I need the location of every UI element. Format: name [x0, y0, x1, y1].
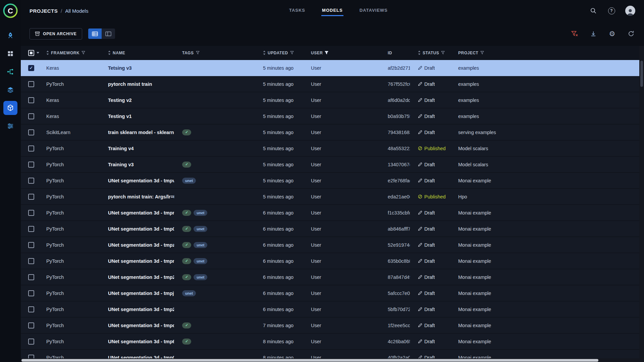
- table-row[interactable]: KerasTesting v25 minutes agoUseraf6d0a2d…: [21, 92, 639, 108]
- row-name[interactable]: Tetsing v3: [104, 60, 178, 76]
- sidebar-item-datasets[interactable]: [3, 83, 17, 97]
- vertical-scrollbar-thumb[interactable]: [640, 61, 643, 87]
- row-name[interactable]: UNet segmentation 3d - tmpzh0...: [104, 237, 178, 253]
- column-header-status[interactable]: STATUS: [414, 46, 454, 60]
- horizontal-scrollbar[interactable]: [21, 358, 639, 362]
- sidebar-item-projects[interactable]: [3, 47, 17, 61]
- filter-icon[interactable]: [480, 51, 484, 55]
- refresh-button[interactable]: [627, 29, 635, 38]
- table-row[interactable]: PyTorchUNet segmentation 3d - tmpjfjpv..…: [21, 285, 639, 301]
- row-checkbox[interactable]: [28, 145, 34, 152]
- table-row[interactable]: ScikitLearntrain sklearn model - sklearn…: [21, 124, 639, 140]
- row-name[interactable]: train sklearn model - sklearn-mo...: [104, 124, 178, 140]
- row-checkbox[interactable]: [28, 226, 34, 232]
- row-checkbox[interactable]: [28, 322, 34, 328]
- select-all-checkbox[interactable]: [28, 50, 34, 56]
- help-button[interactable]: ?: [607, 6, 616, 15]
- row-name[interactable]: UNet segmentation 3d - tmpdm4...: [104, 317, 178, 333]
- row-checkbox[interactable]: [28, 258, 34, 264]
- row-name[interactable]: UNet segmentation 3d - tmp2kr0...: [104, 301, 178, 317]
- column-header-project[interactable]: PROJECT: [454, 46, 639, 60]
- table-row[interactable]: PyTorchUNet segmentation 3d - tmpdm4...✓…: [21, 317, 639, 334]
- row-name[interactable]: UNet segmentation 3d - tmp29rf...: [104, 269, 178, 285]
- tab-models[interactable]: MODELS: [321, 0, 343, 21]
- column-header-user[interactable]: USER: [307, 46, 384, 60]
- table-row[interactable]: KerasTetsing v35 minutes agoUseraf2b2d27…: [21, 60, 639, 76]
- row-name[interactable]: UNet segmentation 3d - tmp0tu...: [104, 221, 178, 237]
- sort-icon[interactable]: [263, 51, 266, 55]
- row-name[interactable]: UNet segmentation 3d - tmprrae...: [104, 253, 178, 269]
- tab-dataviews[interactable]: DATAVIEWS: [359, 0, 388, 21]
- table-row[interactable]: PyTorchUNet segmentation 3d - tmp6fq0...…: [21, 334, 639, 350]
- sidebar-item-workers-queues[interactable]: [3, 119, 17, 133]
- column-header-id[interactable]: ID: [384, 46, 414, 60]
- table-row[interactable]: PyTorchTraining v3✓5 minutes agoUser1340…: [21, 157, 639, 173]
- filter-icon[interactable]: [196, 51, 200, 55]
- row-name[interactable]: Training v3: [104, 157, 178, 172]
- tab-tasks[interactable]: TASKS: [288, 0, 306, 21]
- column-header-updated[interactable]: UPDATED: [259, 46, 307, 60]
- column-header-tags[interactable]: TAGS: [178, 46, 259, 60]
- card-view-button[interactable]: [102, 28, 115, 39]
- row-name[interactable]: UNet segmentation 3d - tmpjfjpv...: [104, 285, 178, 301]
- horizontal-scrollbar-thumb[interactable]: [21, 359, 598, 362]
- breadcrumb-projects[interactable]: PROJECTS: [30, 8, 58, 14]
- sort-icon[interactable]: [108, 51, 111, 55]
- open-archive-button[interactable]: OPEN ARCHIVE: [30, 28, 82, 40]
- row-name[interactable]: UNet segmentation 3d - tmp6fq0...: [104, 334, 178, 349]
- table-row[interactable]: PyTorchpytorch mnist train5 minutes agoU…: [21, 76, 639, 92]
- user-avatar[interactable]: [625, 6, 635, 16]
- table-row[interactable]: PyTorchUNet segmentation 3d - tmpvjhyl..…: [21, 173, 639, 189]
- sidebar-item-models[interactable]: [3, 101, 17, 115]
- sidebar-item-getting-started[interactable]: [3, 28, 17, 43]
- breadcrumb-current[interactable]: All Models: [65, 8, 88, 14]
- row-checkbox[interactable]: [28, 162, 34, 168]
- row-checkbox[interactable]: [28, 274, 34, 280]
- column-header-name[interactable]: NAME: [104, 46, 178, 60]
- row-checkbox[interactable]: [28, 194, 34, 200]
- filter-icon[interactable]: [325, 51, 328, 55]
- download-button[interactable]: [589, 29, 598, 38]
- clearml-logo[interactable]: C: [2, 2, 19, 19]
- column-header-framework[interactable]: FRAMEWORK: [42, 46, 104, 60]
- row-name[interactable]: Training v4: [104, 140, 178, 156]
- table-row[interactable]: PyTorchUNet segmentation 3d - tmpzh0...✓…: [21, 237, 639, 253]
- row-checkbox[interactable]: [28, 65, 34, 71]
- filter-icon[interactable]: [82, 51, 85, 55]
- table-view-button[interactable]: [88, 28, 102, 39]
- row-checkbox[interactable]: [28, 113, 34, 119]
- row-checkbox[interactable]: [28, 178, 34, 184]
- row-checkbox[interactable]: [28, 290, 34, 296]
- settings-button[interactable]: ⚙: [608, 29, 616, 38]
- sort-icon[interactable]: [46, 51, 49, 55]
- row-checkbox[interactable]: [28, 210, 34, 216]
- table-row[interactable]: PyTorchUNet segmentation 3d - tmp0tu...✓…: [21, 221, 639, 237]
- row-name[interactable]: Testing v1: [104, 108, 178, 124]
- clear-filters-button[interactable]: [570, 29, 579, 38]
- row-name[interactable]: Testing v2: [104, 92, 178, 108]
- filter-icon[interactable]: [290, 51, 294, 55]
- row-name[interactable]: pytorch mnist train: [104, 76, 178, 92]
- row-checkbox[interactable]: [28, 242, 34, 248]
- sidebar-item-pipelines[interactable]: [3, 65, 17, 79]
- search-button[interactable]: [589, 6, 598, 15]
- table-row[interactable]: KerasTesting v15 minutes agoUserb0a93b75…: [21, 108, 639, 124]
- row-name[interactable]: UNet segmentation 3d - tmprb9d...: [104, 205, 178, 221]
- table-row[interactable]: PyTorchUNet segmentation 3d - tmp29rf...…: [21, 269, 639, 285]
- row-checkbox[interactable]: [28, 97, 34, 103]
- table-row[interactable]: PyTorchpytorch mnist train: Args/lr=0.01…: [21, 189, 639, 205]
- row-checkbox[interactable]: [28, 306, 34, 312]
- sort-icon[interactable]: [418, 51, 421, 55]
- row-checkbox[interactable]: [28, 81, 34, 87]
- table-row[interactable]: PyTorchUNet segmentation 3d - tmprrae...…: [21, 253, 639, 269]
- row-name[interactable]: pytorch mnist train: Args/lr=0.01: [104, 189, 178, 204]
- row-checkbox[interactable]: [28, 339, 34, 345]
- table-row[interactable]: PyTorchUNet segmentation 3d - tmp2kr0...…: [21, 301, 639, 317]
- filter-icon[interactable]: [441, 51, 445, 55]
- row-name[interactable]: UNet segmentation 3d - tmpvjhyl...: [104, 173, 178, 188]
- table-row[interactable]: PyTorchUNet segmentation 3d - tmprb9d...…: [21, 205, 639, 221]
- select-dropdown-caret-icon[interactable]: [37, 52, 39, 54]
- vertical-scrollbar[interactable]: [639, 46, 644, 362]
- table-row[interactable]: PyTorchTraining v45 minutes agoUser48a55…: [21, 140, 639, 157]
- row-checkbox[interactable]: [28, 129, 34, 135]
